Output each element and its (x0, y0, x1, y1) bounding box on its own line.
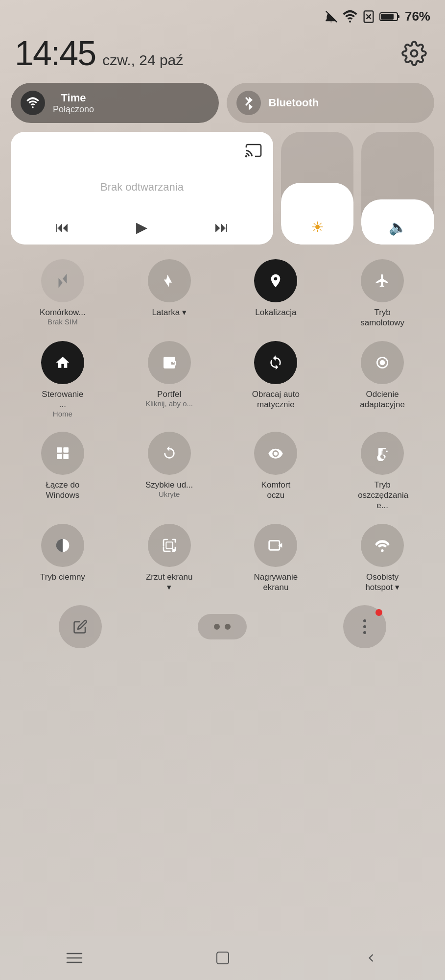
clock-date: czw., 24 paź (102, 52, 183, 69)
quick-share-icon (148, 432, 191, 475)
auto-rotate-label: Obracaj auto matycznie (251, 389, 300, 410)
svg-rect-5 (398, 15, 399, 18)
location-button[interactable]: Lokalizacja (224, 253, 328, 332)
status-bar: 76% (0, 0, 445, 29)
prev-button[interactable]: ⏮ (55, 219, 70, 236)
dots-pill-button[interactable] (198, 614, 247, 639)
bluetooth-toggle-title: Bluetooth (269, 97, 319, 109)
screenshot-button[interactable]: Zrzut ekranu ▾ (117, 518, 221, 597)
settings-button[interactable] (398, 37, 430, 70)
dot2 (225, 624, 231, 630)
clock-time: 14:45 (15, 34, 95, 73)
airplane-mode-button[interactable]: Tryb samolotowy (330, 253, 434, 332)
svg-rect-16 (166, 542, 172, 548)
brightness-icon: ☀ (311, 219, 324, 236)
nav-home-button[interactable] (206, 941, 240, 975)
more-options-button[interactable] (343, 605, 386, 648)
eye-comfort-icon (254, 432, 297, 475)
wifi-toggle[interactable]: Time Połączono (11, 83, 219, 123)
mobile-data-label: Komórkow...Brak SIM (40, 307, 86, 327)
mobile-data-icon (41, 259, 84, 302)
svg-rect-14 (63, 454, 69, 459)
flashlight-button[interactable]: Latarka ▾ (117, 253, 221, 332)
hotspot-label: Osobisty hotspot ▾ (358, 572, 407, 593)
home-control-button[interactable]: Sterowanie ...Home (11, 335, 115, 423)
airplane-icon (361, 259, 404, 302)
status-icons: 76% (325, 9, 430, 24)
brightness-slider[interactable]: ☀ (281, 132, 354, 245)
svg-point-19 (363, 625, 366, 628)
flashlight-icon (148, 259, 191, 302)
clock-time-rest: 4:45 (33, 34, 95, 73)
wifi-toggle-title: Time (53, 92, 94, 104)
eye-comfort-label: Komfort oczu (251, 480, 300, 501)
bottom-row (0, 601, 445, 657)
battery-save-icon (361, 432, 404, 475)
clock-datetime: 14:45 czw., 24 paź (15, 34, 183, 73)
dark-mode-button[interactable]: Tryb ciemny (11, 518, 115, 597)
svg-rect-11 (57, 447, 62, 453)
link-windows-button[interactable]: Łącze do Windows (11, 426, 115, 515)
battery-save-label: Tryb oszczędzania e... (358, 480, 407, 511)
flashlight-label: Latarka ▾ (152, 307, 186, 318)
svg-point-7 (411, 50, 418, 57)
wifi-icon (342, 10, 358, 24)
location-label: Lokalizacja (255, 307, 296, 318)
battery-icon (379, 10, 401, 24)
notification-dot (375, 609, 382, 616)
quick-actions-grid: Komórkow...Brak SIM Latarka ▾ Lokalizacj… (0, 253, 445, 601)
svg-rect-13 (57, 454, 62, 459)
home-control-icon (41, 341, 84, 384)
mobile-data-button[interactable]: Komórkow...Brak SIM (11, 253, 115, 332)
screen-record-button[interactable]: Nagrywanie ekranu (224, 518, 328, 597)
auto-rotate-button[interactable]: Obracaj auto matycznie (224, 335, 328, 423)
media-controls: ⏮ ▶ ⏭ (22, 215, 262, 236)
media-card-body: Brak odtwarzania (22, 159, 262, 215)
battery-save-button[interactable]: Tryb oszczędzania e... (330, 426, 434, 515)
wallet-button[interactable]: PortfelKliknij, aby o... (117, 335, 221, 423)
svg-rect-12 (63, 447, 69, 453)
sliders-col: ☀ 🔈 (281, 132, 434, 245)
more-vert-icon (362, 618, 367, 635)
nav-bar (0, 936, 445, 980)
play-button[interactable]: ▶ (136, 219, 147, 236)
wifi-toggle-icon (21, 91, 45, 115)
svg-point-10 (380, 360, 385, 365)
clock-red-digit: 1 (15, 34, 33, 73)
hotspot-icon (361, 524, 404, 567)
back-icon (364, 951, 378, 965)
home-nav-icon (215, 950, 231, 966)
dark-mode-label: Tryb ciemny (40, 572, 85, 582)
next-button[interactable]: ⏭ (214, 219, 229, 236)
hamburger-icon (66, 951, 83, 965)
volume-slider[interactable]: 🔈 (361, 132, 434, 245)
nav-menu-button[interactable] (57, 941, 92, 975)
nav-back-button[interactable] (354, 941, 388, 975)
svg-rect-24 (217, 952, 229, 964)
quick-share-button[interactable]: Szybkie ud...Ukryte (117, 426, 221, 515)
eye-comfort-button[interactable]: Komfort oczu (224, 426, 328, 515)
edit-button[interactable] (59, 605, 102, 648)
svg-point-8 (245, 155, 248, 158)
screenshot-label: Zrzut ekranu ▾ (145, 572, 194, 593)
svg-rect-6 (381, 14, 394, 20)
media-card-top (22, 142, 262, 159)
adaptive-color-icon (361, 341, 404, 384)
link-windows-icon (41, 432, 84, 475)
link-windows-label: Łącze do Windows (38, 480, 87, 501)
quick-share-label: Szybkie ud...Ukryte (145, 480, 193, 499)
sim-icon (362, 10, 375, 24)
wifi-toggle-text: Time Połączono (53, 92, 94, 115)
svg-point-20 (363, 631, 366, 634)
bluetooth-toggle-icon (236, 91, 261, 115)
clock-bar: 14:45 czw., 24 paź (0, 29, 445, 83)
screen-record-label: Nagrywanie ekranu (251, 572, 300, 593)
battery-text: 76% (405, 9, 430, 24)
hotspot-button[interactable]: Osobisty hotspot ▾ (330, 518, 434, 597)
pencil-icon (73, 619, 88, 634)
screen-record-icon (254, 524, 297, 567)
adaptive-color-button[interactable]: Odcienie adaptacyjne (330, 335, 434, 423)
bluetooth-toggle[interactable]: Bluetooth (227, 83, 435, 123)
airplane-mode-label: Tryb samolotowy (358, 307, 407, 328)
media-sliders-row: Brak odtwarzania ⏮ ▶ ⏭ ☀ 🔈 (0, 132, 445, 253)
